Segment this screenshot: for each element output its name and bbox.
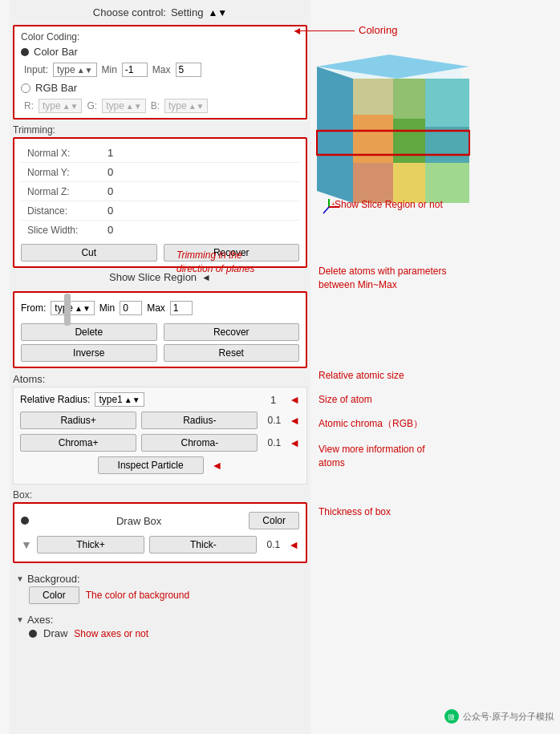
setting-arrow[interactable]: ▲▼ <box>208 7 227 18</box>
input-row: Input: type ▲▼ Min Max <box>21 63 299 77</box>
reset-button[interactable]: Reset <box>164 344 300 362</box>
scrollbar[interactable] <box>64 294 71 326</box>
axes-section: ▼ Axes: Draw Show axes or not <box>13 609 307 643</box>
delete-button[interactable]: Delete <box>21 323 157 341</box>
input-type-select[interactable]: type ▲▼ <box>53 63 96 77</box>
normal-z-value: 0 <box>108 185 113 197</box>
relative-radius-arrow-indicator: ◄ <box>289 393 300 406</box>
axes-annotation: Show axes or not <box>74 628 148 639</box>
inspect-annotation: View more information of atoms <box>319 443 447 470</box>
axes-collapse-arrow: ▼ <box>16 615 24 624</box>
cube-visualization: + <box>309 51 554 221</box>
inverse-button[interactable]: Inverse <box>21 344 157 362</box>
delete-annotation: Delete atoms with parameters between Min… <box>319 265 447 292</box>
setting-value: Setting <box>171 6 203 18</box>
axes-header[interactable]: ▼ Axes: <box>13 612 307 627</box>
coloring-annotation: Coloring <box>359 24 397 36</box>
from-type-arrow: ▲▼ <box>75 304 91 313</box>
thick-plus-button[interactable]: Thick+ <box>37 536 144 554</box>
min-label: Min <box>102 64 117 75</box>
g-type-arrow: ▲▼ <box>126 102 142 111</box>
watermark-container: 微 公众号·原子与分子模拟 <box>444 708 554 724</box>
trim-buttons: Cut Recover <box>21 244 299 262</box>
normal-y-value: 0 <box>108 166 113 178</box>
svg-rect-11 <box>425 163 469 203</box>
delete-buttons-row2: Inverse Reset <box>21 344 299 362</box>
svg-marker-2 <box>317 67 353 203</box>
r-type-value: type <box>43 100 61 112</box>
normal-y-row: Normal Y: 0 <box>21 163 299 182</box>
chroma-buttons-row: Chroma+ Chroma- 0.1 ◄ <box>20 434 300 452</box>
radius-value: 0.1 <box>267 415 281 426</box>
normal-x-row: Normal X: 1 <box>21 144 299 163</box>
relative-radius-value: 1 <box>270 394 282 406</box>
recover-button-trim[interactable]: Recover <box>164 244 300 262</box>
from-max-label: Max <box>147 302 165 314</box>
chroma-plus-button[interactable]: Chroma+ <box>20 434 136 452</box>
thick-value: 0.1 <box>266 539 280 550</box>
atoms-section-label: Atoms: <box>13 373 307 385</box>
color-bar-row: Color Bar <box>21 46 299 58</box>
g-type-value: type <box>106 100 124 112</box>
chroma-arrow-indicator: ◄ <box>289 436 300 449</box>
inspect-row: Inspect Particle ◄ <box>20 456 300 474</box>
box-color-button[interactable]: Color <box>249 512 299 529</box>
thickness-annotation: Thickness of box <box>319 506 391 517</box>
axes-bullet <box>29 630 37 638</box>
radius-plus-button[interactable]: Radius+ <box>20 412 136 429</box>
from-type-select[interactable]: type ▲▼ <box>51 301 94 315</box>
size-atom-annotation-container: Size of atom <box>319 393 372 405</box>
svg-text:微: 微 <box>448 713 455 721</box>
max-label: Max <box>152 64 171 75</box>
inspect-button[interactable]: Inspect Particle <box>98 456 204 474</box>
normal-z-row: Normal Z: 0 <box>21 182 299 201</box>
thick-scroll-indicator: ▼ <box>21 538 32 551</box>
max-input[interactable] <box>176 63 201 77</box>
size-atom-annotation: Size of atom <box>319 394 372 405</box>
atoms-inner: Relative Radius: type1 ▲▼ 1 ◄ Radius+ Ra… <box>13 387 307 485</box>
input-label: Input: <box>24 64 48 75</box>
thick-minus-button[interactable]: Thick- <box>149 536 257 554</box>
box-section-label: Box: <box>13 489 307 501</box>
background-color-button[interactable]: Color <box>29 586 79 604</box>
g-label: G: <box>87 100 97 112</box>
coloring-line <box>294 30 355 31</box>
draw-box-bullet <box>21 517 29 525</box>
coloring-annotation-text: Coloring <box>359 24 397 36</box>
show-slice-arrow: ◄ <box>201 272 211 283</box>
svg-rect-7 <box>393 119 425 163</box>
box-section: Draw Box Color ▼ Thick+ Thick- 0.1 ◄ <box>13 502 307 563</box>
trimming-section: Normal X: 1 Normal Y: 0 Normal Z: 0 Dist… <box>13 137 307 268</box>
min-input[interactable] <box>122 63 148 77</box>
choose-control-label: Choose control: <box>93 6 166 18</box>
relative-atomic-annotation-container: Relative atomic size <box>319 369 404 381</box>
draw-box-label: Draw Box <box>34 515 244 527</box>
recover-button-delete[interactable]: Recover <box>164 323 300 341</box>
distance-value: 0 <box>108 205 113 217</box>
relative-radius-type-select[interactable]: type1 ▲▼ <box>95 392 144 407</box>
rgb-bar-row: RGB Bar <box>21 82 299 94</box>
chroma-minus-button[interactable]: Chroma- <box>141 434 258 452</box>
background-header[interactable]: ▼ Backgroud: <box>13 571 307 586</box>
rgb-types-row: R: type ▲▼ G: type ▲▼ B: type ▲▼ <box>21 99 299 113</box>
distance-row: Distance: 0 <box>21 201 299 221</box>
draw-box-row: Draw Box Color <box>21 509 299 533</box>
show-slice-label[interactable]: Show Slice Region <box>109 271 197 283</box>
show-slice-row: Show Slice Region ◄ <box>13 268 307 286</box>
background-color-row: Color The color of background <box>13 586 307 604</box>
normal-x-label: Normal X: <box>27 148 108 159</box>
background-collapse-arrow: ▼ <box>16 574 24 583</box>
radius-minus-button[interactable]: Radius- <box>141 412 258 429</box>
radius-buttons-row: Radius+ Radius- 0.1 ◄ <box>20 412 300 429</box>
color-bar-label: Color Bar <box>34 46 78 58</box>
rgb-bar-label: RGB Bar <box>35 82 77 94</box>
axes-label: Axes: <box>27 614 54 626</box>
from-max-input[interactable] <box>170 301 193 315</box>
b-type-value: type <box>168 100 187 112</box>
cube-svg: + <box>309 51 485 219</box>
cut-button[interactable]: Cut <box>21 244 157 262</box>
input-type-value: type <box>57 64 75 75</box>
rgb-radio[interactable] <box>21 83 30 93</box>
from-min-input[interactable] <box>120 301 142 315</box>
inspect-arrow-indicator: ◄ <box>212 459 223 472</box>
